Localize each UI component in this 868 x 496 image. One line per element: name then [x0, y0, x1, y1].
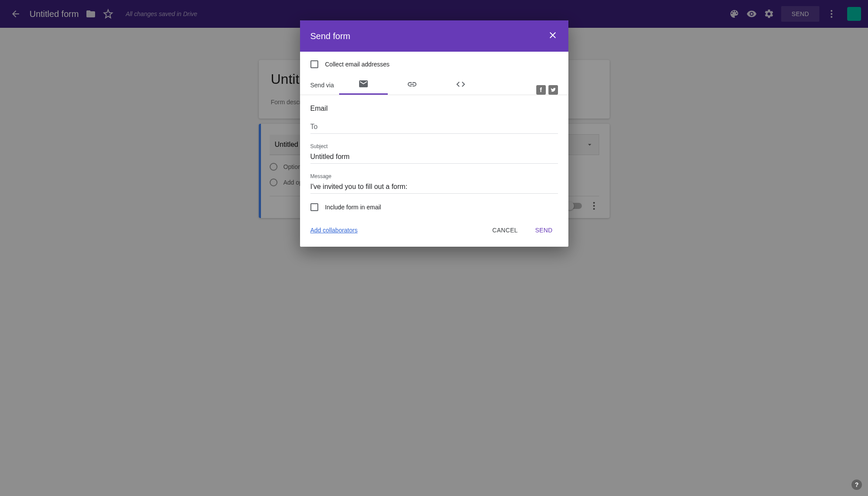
include-form-label: Include form in email — [325, 204, 381, 211]
send-via-link-tab[interactable] — [388, 74, 436, 95]
twitter-share-icon[interactable] — [548, 85, 558, 95]
include-form-row[interactable]: Include form in email — [310, 203, 558, 211]
dialog-footer: Add collaborators CANCEL SEND — [300, 217, 568, 247]
subject-field: Subject — [310, 143, 558, 164]
send-via-embed-tab[interactable] — [436, 74, 485, 95]
to-field — [310, 120, 558, 134]
to-input[interactable] — [310, 120, 558, 134]
add-collaborators-link[interactable]: Add collaborators — [310, 227, 358, 234]
collect-emails-label: Collect email addresses — [325, 61, 390, 68]
cancel-button[interactable]: CANCEL — [487, 223, 523, 237]
collect-emails-row[interactable]: Collect email addresses — [310, 60, 558, 68]
checkbox-icon[interactable] — [310, 60, 318, 68]
dialog-send-button[interactable]: SEND — [530, 223, 558, 237]
send-via-email-tab[interactable] — [339, 74, 388, 95]
send-form-dialog: Send form Collect email addresses Send v… — [300, 20, 568, 247]
subject-input[interactable] — [310, 150, 558, 164]
email-section-heading: Email — [310, 105, 558, 112]
help-icon[interactable]: ? — [851, 479, 862, 490]
message-field: Message — [310, 173, 558, 194]
dialog-header: Send form — [300, 20, 568, 52]
subject-label: Subject — [310, 143, 558, 149]
message-label: Message — [310, 173, 558, 179]
modal-scrim[interactable]: Send form Collect email addresses Send v… — [0, 0, 868, 496]
send-via-tabs: Send via f — [300, 74, 568, 95]
facebook-share-icon[interactable]: f — [536, 85, 546, 95]
close-icon[interactable] — [548, 30, 558, 42]
message-input[interactable] — [310, 180, 558, 194]
checkbox-icon[interactable] — [310, 203, 318, 211]
dialog-title: Send form — [310, 31, 548, 41]
send-via-label: Send via — [310, 82, 334, 95]
